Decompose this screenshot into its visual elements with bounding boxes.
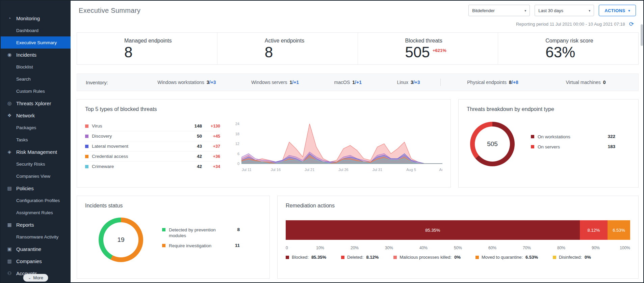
- sidebar-item-configuration-profiles[interactable]: Configuration Profiles: [1, 194, 71, 206]
- legend-label: Virus: [92, 123, 186, 129]
- legend-color-swatch: [85, 145, 88, 148]
- panel-title: Top 5 types of blocked threats: [85, 106, 442, 112]
- more-button[interactable]: ⌄ More: [23, 274, 48, 282]
- inventory-item-label: Windows workstations: [157, 80, 204, 85]
- inventory-item-values: 8/+8: [509, 80, 518, 85]
- threats-breakdown-panel: Threats breakdown by endpoint type 505 O…: [458, 99, 639, 188]
- legend-value: 0%: [454, 255, 461, 260]
- threat-legend-row: Discovery50+45: [85, 131, 220, 141]
- legend-value: 0%: [585, 255, 591, 260]
- inventory-item-values: 1/+1: [289, 80, 299, 85]
- svg-text:12: 12: [235, 142, 239, 146]
- threats-breakdown-body: 505 On workstations322On servers183: [467, 122, 630, 166]
- chevron-down-icon: ▾: [524, 9, 526, 12]
- legend-label: Deleted:: [347, 255, 363, 260]
- date-range-select[interactable]: Last 30 days ▾: [535, 5, 594, 16]
- threats-breakdown-legend: On workstations322On servers183: [531, 134, 615, 154]
- sidebar-item-label: Threats Xplorer: [16, 101, 51, 106]
- legend-value: 43: [186, 144, 202, 149]
- legend-value: 85.35%: [311, 255, 326, 260]
- donut-total: 19: [117, 236, 124, 244]
- sidebar-item-dashboard[interactable]: Dashboard: [1, 24, 71, 36]
- donut-hole: 505: [475, 126, 510, 162]
- inventory-item-label: Windows servers: [251, 80, 287, 85]
- threat-legend-row: Credential access42+36: [85, 151, 220, 162]
- legend-label: Malicious processes killed:: [400, 255, 452, 260]
- axis-tick: 40%: [419, 246, 428, 250]
- sidebar-item-label: Monitoring: [16, 16, 40, 21]
- legend-color-swatch: [341, 256, 344, 259]
- sidebar-item-tasks[interactable]: Tasks: [1, 134, 71, 146]
- sidebar-item-network[interactable]: ❖Network: [1, 109, 71, 121]
- sidebar-item-search[interactable]: Search: [1, 73, 71, 85]
- inventory-item-values: 3/+3: [207, 80, 216, 85]
- remediation-legend-item-blocked: Blocked: 85.35%: [286, 255, 326, 260]
- policies-icon: ▤: [6, 186, 12, 191]
- stat-company-risk-score: Company risk score63%: [498, 33, 638, 64]
- sidebar-item-packages[interactable]: Packages: [1, 121, 71, 134]
- company-select[interactable]: Bitdefender ▾: [468, 5, 530, 16]
- sidebar-item-custom-rules[interactable]: Custom Rules: [1, 85, 71, 97]
- sidebar-item-companies-view[interactable]: Companies View: [1, 170, 71, 182]
- legend-label: Credential access: [92, 154, 186, 159]
- axis-tick: 70%: [523, 246, 531, 250]
- network-icon: ❖: [6, 113, 12, 118]
- sidebar-item-reports[interactable]: ▦Reports: [1, 219, 71, 231]
- sidebar-item-monitoring[interactable]: ◔Monitoring: [1, 12, 71, 24]
- legend-color-swatch: [162, 244, 165, 247]
- inventory-item-value: 3: [411, 80, 413, 85]
- inventory-item-values: 3/+3: [411, 80, 420, 85]
- legend-color-swatch: [553, 256, 556, 259]
- legend-color-swatch: [85, 135, 88, 138]
- inventory-item-virtual-machines: Virtual machines0: [566, 80, 606, 85]
- legend-color-swatch: [475, 256, 479, 259]
- panel-title: Incidents status: [85, 203, 261, 209]
- legend-value: 148: [186, 123, 202, 129]
- blocked-threats-panel: Top 5 types of blocked threats Virus148+…: [77, 99, 451, 188]
- sidebar-item-executive-summary[interactable]: Executive Summary: [1, 36, 71, 49]
- segment-label: 6.53%: [613, 228, 625, 233]
- inventory-item-label: Virtual machines: [566, 80, 601, 85]
- legend-label: Require investigation: [169, 243, 232, 249]
- stat-label: Company risk score: [545, 38, 638, 44]
- bottom-panels-row: Incidents status 19 Detected by preventi…: [77, 196, 639, 279]
- inventory-item-values: 0: [603, 80, 606, 85]
- reporting-period-row: Reporting period 11 Jul 2021 00:00 - 10 …: [74, 16, 640, 28]
- incidents-status-legend: Detected by prevention modules8Require i…: [162, 227, 240, 253]
- actions-button[interactable]: ACTIONS ▾: [599, 5, 636, 16]
- legend-label: Moved to quarantine:: [482, 255, 523, 260]
- svg-text:18: 18: [235, 132, 239, 136]
- refresh-icon[interactable]: ⟳: [629, 21, 634, 27]
- scrollbar-thumb[interactable]: [641, 24, 643, 46]
- stat-label: Managed endpoints: [124, 38, 217, 44]
- stat-value-row: 8: [265, 45, 358, 60]
- legend-label: Crimeware: [92, 164, 186, 169]
- threat-legend-row: Virus148+130: [85, 121, 220, 131]
- legend-color-swatch: [162, 228, 165, 231]
- legend-color-swatch: [393, 256, 397, 259]
- sidebar-item-ransomware-activity[interactable]: Ransomware Activity: [1, 231, 71, 243]
- donut-hole: 19: [103, 222, 138, 257]
- threat-legend-row: Crimeware42+34: [85, 162, 220, 171]
- sidebar-item-threats-xplorer[interactable]: ◎Threats Xplorer: [1, 97, 71, 109]
- blocked-threats-body: Virus148+130Discovery50+45Lateral moveme…: [85, 121, 442, 174]
- sidebar-item-security-risks[interactable]: Security Risks: [1, 158, 71, 170]
- sidebar-item-incidents[interactable]: ◉Incidents: [1, 49, 71, 61]
- sidebar-item-risk-management[interactable]: ◈Risk Management: [1, 146, 71, 158]
- svg-text:Jul 26: Jul 26: [338, 168, 348, 172]
- axis-tick: 0: [286, 246, 288, 250]
- sidebar-item-policies[interactable]: ▤Policies: [1, 182, 71, 194]
- reporting-period: Reporting period 11 Jul 2021 00:00 - 10 …: [516, 22, 625, 27]
- inventory-item-values: 1/+1: [352, 80, 362, 85]
- legend-color-swatch: [85, 155, 88, 158]
- stat-managed-endpoints: Managed endpoints8: [77, 33, 217, 64]
- chevron-down-icon: ⌄: [28, 276, 31, 280]
- sidebar-item-quarantine[interactable]: ▣Quarantine: [1, 243, 71, 255]
- top-panels-row: Top 5 types of blocked threats Virus148+…: [77, 99, 639, 188]
- sidebar-item-assignment-rules[interactable]: Assignment Rules: [1, 206, 71, 219]
- sidebar-item-blocklist[interactable]: Blocklist: [1, 61, 71, 73]
- axis-tick: 90%: [592, 246, 600, 250]
- sidebar-item-companies[interactable]: ▥Companies: [1, 255, 71, 267]
- reports-icon: ▦: [6, 222, 12, 227]
- legend-label: Lateral movement: [92, 144, 186, 149]
